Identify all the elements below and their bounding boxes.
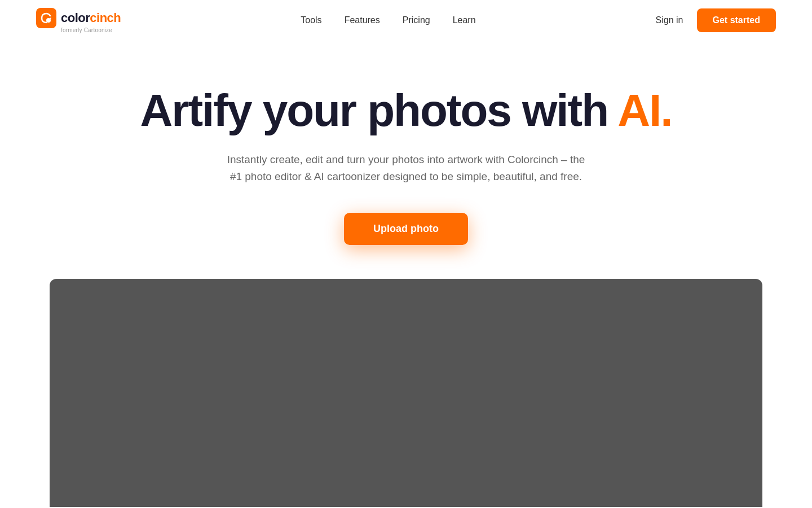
nav-links: Tools Features Pricing Learn [301,15,475,25]
hero-title: Artify your photos with AI. [140,86,672,135]
logo-area: colorcinch formerly Cartoonize [36,8,121,33]
hero-subtitle-line1: Instantly create, edit and turn your pho… [227,154,585,165]
hero-section: Artify your photos with AI. Instantly cr… [0,41,812,279]
hero-title-highlight: AI. [617,85,672,135]
logo-subtitle: formerly Cartoonize [61,27,112,33]
logo-icon [36,8,56,28]
nav-link-tools[interactable]: Tools [301,15,321,25]
logo-text: colorcinch [61,11,121,25]
nav-actions: Sign in Get started [656,8,776,32]
hero-subtitle: Instantly create, edit and turn your pho… [227,151,585,186]
get-started-button[interactable]: Get started [697,8,776,32]
nav-link-pricing[interactable]: Pricing [403,15,430,25]
upload-photo-button[interactable]: Upload photo [344,213,468,245]
logo-container[interactable]: colorcinch [36,8,121,28]
hero-subtitle-line2: #1 photo editor & AI cartoonizer designe… [230,170,582,182]
nav-link-learn[interactable]: Learn [453,15,476,25]
svg-rect-0 [36,8,56,28]
navbar: colorcinch formerly Cartoonize Tools Fea… [0,0,812,41]
nav-link-features[interactable]: Features [345,15,380,25]
hero-title-part1: Artify your photos with [140,85,618,135]
demo-area [50,279,762,507]
sign-in-button[interactable]: Sign in [656,15,683,25]
